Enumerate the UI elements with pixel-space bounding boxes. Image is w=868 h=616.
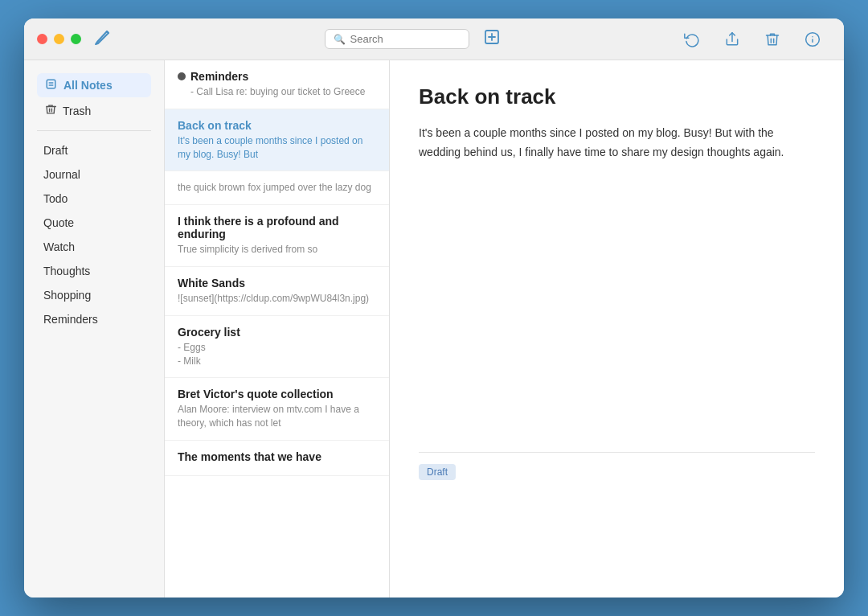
- note-title: White Sands: [178, 277, 376, 290]
- note-reminder: Reminders - Call Lisa re: buying our tic…: [178, 70, 376, 99]
- note-item-white-sands[interactable]: White Sands ![sunset](https://cldup.com/…: [165, 267, 389, 316]
- note-title: The moments that we have: [178, 450, 376, 463]
- search-icon: 🔍: [334, 34, 346, 45]
- info-button[interactable]: [800, 27, 825, 51]
- share-button[interactable]: [720, 27, 744, 51]
- app-icon: [94, 28, 112, 50]
- app-window: 🔍: [24, 18, 844, 598]
- compose-button[interactable]: [484, 29, 500, 49]
- sidebar-item-quote[interactable]: Quote: [31, 211, 158, 234]
- notes-list: Reminders - Call Lisa re: buying our tic…: [165, 60, 390, 598]
- titlebar-toolbar: [680, 27, 831, 51]
- note-item-back-on-track[interactable]: Back on track It's been a couple months …: [165, 109, 389, 172]
- sidebar-divider: [37, 130, 151, 131]
- note-title: Back on track: [178, 119, 376, 132]
- detail-footer-inner: Draft: [419, 452, 815, 480]
- draft-badge: Draft: [419, 464, 456, 480]
- tag-label: Todo: [43, 192, 68, 205]
- note-title: Reminders: [190, 70, 365, 83]
- detail-footer: Draft: [419, 452, 815, 480]
- detail-title: Back on track: [419, 84, 815, 109]
- tag-label: Reminders: [43, 313, 98, 326]
- sidebar-item-reminders[interactable]: Reminders: [31, 308, 158, 331]
- tag-label: Quote: [43, 216, 74, 229]
- note-item-quick-brown[interactable]: the quick brown fox jumped over the lazy…: [165, 171, 389, 205]
- svg-rect-7: [47, 80, 55, 88]
- reminder-dot: [178, 72, 186, 80]
- note-item-bret-victor[interactable]: Bret Victor's quote collection Alan Moor…: [165, 378, 389, 441]
- sidebar-item-draft[interactable]: Draft: [31, 139, 158, 162]
- note-item-moments[interactable]: The moments that we have: [165, 441, 389, 476]
- note-preview: It's been a couple months since I posted…: [178, 134, 376, 162]
- detail-body: It's been a couple months since I posted…: [419, 124, 815, 162]
- note-title: Bret Victor's quote collection: [178, 388, 376, 400]
- note-preview: the quick brown fox jumped over the lazy…: [178, 181, 376, 195]
- sidebar-item-thoughts[interactable]: Thoughts: [31, 260, 158, 282]
- tag-label: Thoughts: [43, 265, 90, 277]
- all-notes-icon: [45, 78, 57, 92]
- sidebar-item-todo[interactable]: Todo: [31, 187, 158, 210]
- tag-label: Watch: [43, 240, 75, 253]
- sidebar-top-section: All Notes Trash: [24, 73, 164, 122]
- sidebar-item-journal[interactable]: Journal: [31, 163, 158, 186]
- close-button[interactable]: [37, 34, 47, 44]
- note-detail: Back on track It's been a couple months …: [390, 60, 844, 598]
- sidebar: All Notes Trash Draft Journal: [24, 60, 165, 598]
- traffic-lights: [37, 34, 81, 44]
- note-item-reminders[interactable]: Reminders - Call Lisa re: buying our tic…: [165, 60, 389, 109]
- search-box[interactable]: 🔍: [325, 29, 469, 49]
- tag-label: Journal: [43, 168, 80, 181]
- note-preview: - Eggs - Milk: [178, 341, 376, 368]
- search-input[interactable]: [350, 33, 447, 45]
- tag-label: Draft: [43, 144, 68, 157]
- trash-icon: [45, 104, 56, 117]
- note-preview: Alan Moore: interview on mtv.com I have …: [178, 403, 376, 430]
- note-item-grocery[interactable]: Grocery list - Eggs - Milk: [165, 316, 389, 379]
- delete-button[interactable]: [760, 27, 784, 51]
- trash-label: Trash: [63, 105, 91, 117]
- titlebar: 🔍: [24, 18, 844, 60]
- sidebar-item-trash[interactable]: Trash: [37, 99, 151, 122]
- minimize-button[interactable]: [54, 34, 64, 44]
- maximize-button[interactable]: [71, 34, 81, 44]
- sidebar-item-shopping[interactable]: Shopping: [31, 284, 158, 306]
- note-title: Grocery list: [178, 326, 376, 339]
- note-title: I think there is a profound and enduring: [178, 215, 376, 240]
- sidebar-tags: Draft Journal Todo Quote Watch Thoughts: [24, 139, 164, 331]
- titlebar-center: 🔍: [144, 29, 680, 49]
- all-notes-label: All Notes: [63, 79, 113, 92]
- note-preview: - Call Lisa re: buying our ticket to Gre…: [190, 85, 365, 99]
- sidebar-item-watch[interactable]: Watch: [31, 236, 158, 258]
- note-item-profound[interactable]: I think there is a profound and enduring…: [165, 205, 389, 267]
- history-button[interactable]: [680, 27, 704, 51]
- note-preview: ![sunset](https://cldup.com/9wpWU84l3n.j…: [178, 292, 376, 306]
- note-preview: True simplicity is derived from so: [178, 243, 376, 257]
- tag-label: Shopping: [43, 289, 91, 302]
- main-content: All Notes Trash Draft Journal: [24, 60, 844, 598]
- sidebar-item-all-notes[interactable]: All Notes: [37, 73, 151, 97]
